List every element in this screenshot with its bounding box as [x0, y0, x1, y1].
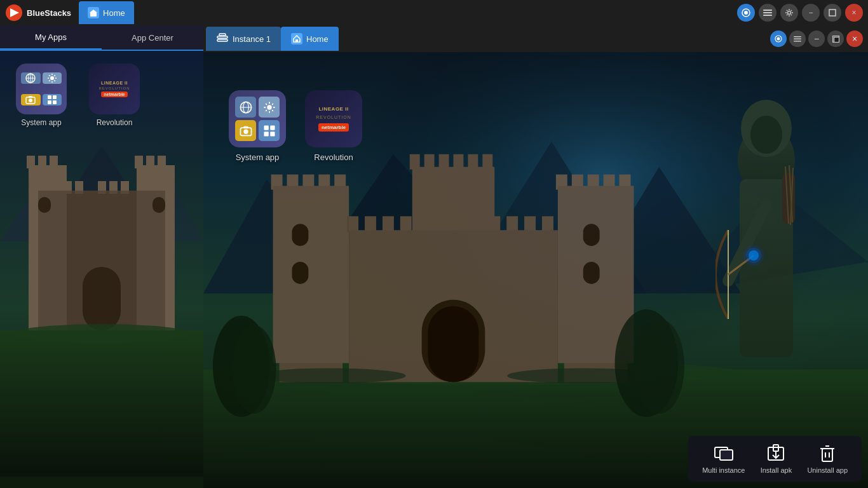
- svg-rect-20: [38, 156, 46, 168]
- lineage-icon-inner: LINEAGE II REVOLUTION netmarble: [89, 64, 140, 114]
- svg-rect-46: [53, 100, 57, 104]
- svg-rect-48: [217, 39, 227, 41]
- svg-point-122: [243, 129, 248, 133]
- bluestacks-logo-text: BlueStacks: [27, 8, 71, 18]
- grid-cell: [43, 94, 62, 105]
- left-apps-grid: System app LINEAGE II REVOLUTION netmarb…: [0, 51, 203, 488]
- instance-tab-label: Instance 1: [233, 34, 271, 44]
- svg-rect-55: [794, 38, 801, 39]
- r-gear-cell: [259, 97, 280, 118]
- install-apk-btn[interactable]: Install apk: [754, 441, 798, 477]
- bluestacks-logo-icon: [5, 4, 23, 22]
- svg-rect-106: [468, 154, 478, 170]
- right-system-app-label: System app: [236, 152, 280, 162]
- gear-cell: [43, 72, 62, 84]
- outer-titlebar-controls: − ×: [737, 4, 863, 22]
- r-globe-cell: [235, 97, 256, 118]
- multi-instance-icon: [714, 444, 734, 464]
- menu-btn[interactable]: [759, 4, 776, 22]
- maximize-outer-btn[interactable]: [824, 4, 841, 22]
- lineage-subtitle: REVOLUTION: [98, 86, 130, 90]
- outer-window: BlueStacks Home: [0, 0, 868, 488]
- right-revolution-app[interactable]: LINEAGE II REVOLUTION netmarble Revoluti…: [305, 90, 362, 162]
- svg-rect-24: [158, 156, 166, 168]
- app-center-tab[interactable]: App Center: [102, 25, 203, 50]
- lineage-logo-text: LINEAGE II: [101, 81, 128, 86]
- svg-rect-47: [217, 36, 227, 38]
- left-tabs: My Apps App Center: [0, 25, 203, 51]
- r-camera-cell: [235, 120, 256, 141]
- instance-tab[interactable]: Instance 1: [206, 27, 281, 51]
- left-system-app-label: System app: [21, 118, 61, 127]
- minimize-outer-btn[interactable]: −: [802, 4, 820, 22]
- svg-rect-21: [50, 156, 58, 168]
- svg-rect-102: [410, 154, 420, 170]
- svg-rect-143: [720, 450, 733, 460]
- globe-cell: [21, 72, 41, 84]
- right-system-app[interactable]: System app: [229, 90, 286, 162]
- svg-rect-126: [264, 132, 268, 136]
- left-revolution-icon: LINEAGE II REVOLUTION netmarble: [89, 64, 140, 114]
- svg-rect-123: [243, 126, 248, 128]
- right-revolution-label: Revolution: [314, 152, 353, 162]
- svg-rect-19: [27, 156, 35, 168]
- svg-point-34: [13, 324, 191, 343]
- right-panel: Instance 1 Home: [203, 25, 868, 488]
- my-apps-tab[interactable]: My Apps: [0, 25, 102, 50]
- left-system-app[interactable]: System app: [13, 64, 70, 127]
- left-revolution-label: Revolution: [97, 118, 133, 127]
- svg-rect-10: [829, 10, 836, 16]
- svg-point-39: [50, 76, 54, 80]
- close-outer-btn[interactable]: ×: [845, 4, 863, 22]
- inner-titlebar: Instance 1 Home: [203, 25, 868, 52]
- svg-rect-101: [412, 167, 495, 237]
- outer-home-tab-label: Home: [103, 8, 125, 18]
- netmarble-badge: netmarble: [101, 92, 127, 97]
- r-netmarble-badge: netmarble: [318, 123, 349, 132]
- svg-rect-54: [794, 36, 801, 37]
- inner-menu-btn[interactable]: [789, 30, 806, 47]
- svg-rect-125: [270, 125, 275, 130]
- svg-rect-43: [48, 95, 51, 99]
- svg-point-111: [254, 368, 406, 383]
- outer-home-tab[interactable]: Home: [79, 1, 134, 24]
- left-revolution-app[interactable]: LINEAGE II REVOLUTION netmarble Revoluti…: [86, 64, 143, 127]
- settings-btn[interactable]: [780, 4, 798, 22]
- multi-instance-btn[interactable]: Multi instance: [696, 441, 751, 477]
- svg-rect-15: [0, 330, 203, 477]
- close-inner-btn[interactable]: ×: [846, 30, 863, 47]
- svg-marker-3: [90, 10, 97, 13]
- svg-point-41: [29, 98, 32, 102]
- svg-rect-49: [219, 34, 226, 36]
- home-inner-tab[interactable]: Home: [281, 27, 339, 51]
- apps-grid-inner: System app LINEAGE II REVOLUTION netmarb…: [13, 64, 191, 127]
- install-apk-icon: [766, 444, 786, 464]
- svg-point-116: [634, 319, 684, 414]
- notification-btn[interactable]: [737, 4, 755, 22]
- inner-notification-btn[interactable]: [770, 30, 787, 47]
- svg-rect-33: [38, 191, 165, 330]
- minimize-inner-btn[interactable]: −: [808, 30, 825, 47]
- svg-point-114: [232, 325, 276, 414]
- svg-rect-51: [295, 39, 298, 42]
- r-lineage-text: LINEAGE II: [318, 106, 348, 112]
- svg-rect-6: [763, 10, 772, 11]
- multi-instance-label: Multi instance: [702, 466, 745, 474]
- uninstall-icon: [817, 444, 837, 464]
- svg-rect-44: [53, 95, 57, 99]
- uninstall-app-btn[interactable]: Uninstall app: [801, 441, 854, 477]
- archer-figure: [715, 78, 817, 437]
- right-apps-area: System app LINEAGE II REVOLUTION netmarb…: [229, 90, 362, 162]
- svg-rect-108: [273, 186, 349, 363]
- maximize-inner-btn[interactable]: [827, 30, 844, 47]
- svg-rect-107: [482, 154, 492, 170]
- inner-titlebar-controls: − ×: [770, 30, 868, 47]
- svg-point-9: [788, 11, 791, 15]
- install-apk-label: Install apk: [761, 466, 792, 474]
- svg-rect-2: [90, 12, 97, 17]
- svg-point-130: [750, 116, 782, 154]
- left-panel: My Apps App Center: [0, 25, 203, 488]
- svg-rect-104: [439, 154, 449, 170]
- svg-rect-56: [794, 41, 801, 42]
- home-inner-tab-label: Home: [306, 34, 329, 44]
